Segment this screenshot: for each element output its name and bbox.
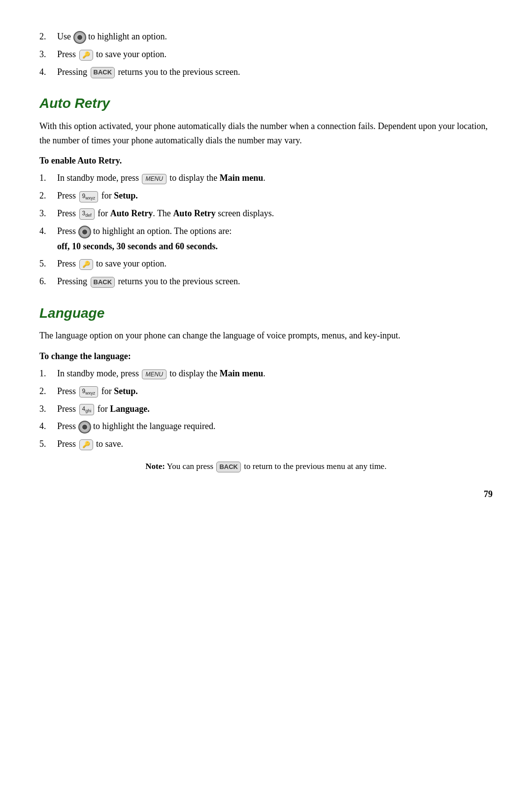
step-content: Press 3def for Auto Retry. The Auto Retr…: [57, 206, 493, 221]
list-item: 2. Use to highlight an option.: [39, 30, 493, 44]
key3-icon: 3def: [79, 208, 95, 220]
auto-retry-description: With this option activated, your phone a…: [39, 119, 493, 148]
auto-retry-steps: 1. In standby mode, press MENU to displa…: [39, 171, 493, 289]
list-item: 4. Pressing BACK returns you to the prev…: [39, 65, 493, 79]
options-text: off, 10 seconds, 30 seconds and 60 secon…: [57, 239, 493, 254]
back-icon: BACK: [216, 462, 241, 472]
step-content: Press 🔑 to save your option.: [57, 257, 493, 271]
list-item: 2. Press 9wxyz for Setup.: [39, 384, 493, 399]
note-paragraph: Note: You can press BACK to return to th…: [39, 460, 493, 473]
step-content: Pressing BACK returns you to the previou…: [57, 65, 493, 79]
step-content: Press 🔑 to save.: [57, 437, 493, 451]
intro-steps: 2. Use to highlight an option. 3. Press …: [39, 30, 493, 79]
page-number: 79: [39, 488, 493, 501]
step-number: 3.: [39, 206, 57, 221]
key9-icon: 9wxyz: [79, 386, 99, 398]
list-item: 3. Press 🔑 to save your option.: [39, 47, 493, 62]
list-item: 2. Press 9wxyz for Setup.: [39, 189, 493, 203]
step-content: Pressing BACK returns you to the previou…: [57, 274, 493, 289]
language-steps: 1. In standby mode, press MENU to displa…: [39, 366, 493, 451]
back-icon: BACK: [91, 277, 115, 288]
step-number: 2.: [39, 384, 57, 399]
joystick-icon: [78, 226, 91, 238]
step-number: 4.: [39, 65, 57, 79]
step-number: 5.: [39, 257, 57, 271]
joystick-icon: [73, 31, 86, 44]
menu-icon: MENU: [142, 174, 166, 184]
list-item: 4. Press to highlight an option. The opt…: [39, 224, 493, 254]
list-item: 5. Press 🔑 to save.: [39, 437, 493, 451]
step-number: 3.: [39, 47, 57, 62]
list-item: 1. In standby mode, press MENU to displa…: [39, 171, 493, 185]
auto-retry-heading: Auto Retry: [39, 93, 493, 114]
step-content: Press 9wxyz for Setup.: [57, 189, 493, 203]
step-content: Press 🔑 to save your option.: [57, 47, 493, 62]
step-number: 5.: [39, 437, 57, 451]
back-icon: BACK: [91, 67, 115, 78]
save-icon: 🔑: [79, 259, 93, 270]
step-number: 4.: [39, 419, 57, 433]
auto-retry-subheading: To enable Auto Retry.: [39, 154, 493, 168]
step-content: In standby mode, press MENU to display t…: [57, 171, 493, 185]
step-number: 1.: [39, 171, 57, 185]
step-content: Press to highlight the language required…: [57, 419, 493, 433]
list-item: 5. Press 🔑 to save your option.: [39, 257, 493, 271]
language-subheading: To change the language:: [39, 350, 493, 364]
save-icon: 🔑: [79, 50, 93, 61]
save-icon: 🔑: [79, 439, 93, 450]
joystick-icon: [78, 421, 91, 433]
language-description: The language option on your phone can ch…: [39, 329, 493, 343]
key4-icon: 4ghi: [79, 404, 95, 415]
step-content: Use to highlight an option.: [57, 30, 493, 44]
step-number: 4.: [39, 224, 57, 238]
list-item: 6. Pressing BACK returns you to the prev…: [39, 274, 493, 289]
step-number: 6.: [39, 274, 57, 289]
note-text-end: to return to the previous menu at any ti…: [244, 462, 386, 471]
key9-icon: 9wxyz: [79, 191, 99, 202]
note-bold-label: Note:: [145, 462, 165, 471]
step-content: Press 9wxyz for Setup.: [57, 384, 493, 399]
language-heading: Language: [39, 302, 493, 324]
step-number: 3.: [39, 402, 57, 416]
step-number: 2.: [39, 30, 57, 44]
note-text: You can press: [167, 462, 216, 471]
list-item: 1. In standby mode, press MENU to displa…: [39, 366, 493, 381]
list-item: 4. Press to highlight the language requi…: [39, 419, 493, 433]
step-number: 2.: [39, 189, 57, 203]
step-number: 1.: [39, 366, 57, 381]
list-item: 3. Press 4ghi for Language.: [39, 402, 493, 416]
step-content: Press to highlight an option. The option…: [57, 224, 493, 254]
step-content: Press 4ghi for Language.: [57, 402, 493, 416]
list-item: 3. Press 3def for Auto Retry. The Auto R…: [39, 206, 493, 221]
step-content: In standby mode, press MENU to display t…: [57, 366, 493, 381]
menu-icon: MENU: [142, 369, 166, 380]
